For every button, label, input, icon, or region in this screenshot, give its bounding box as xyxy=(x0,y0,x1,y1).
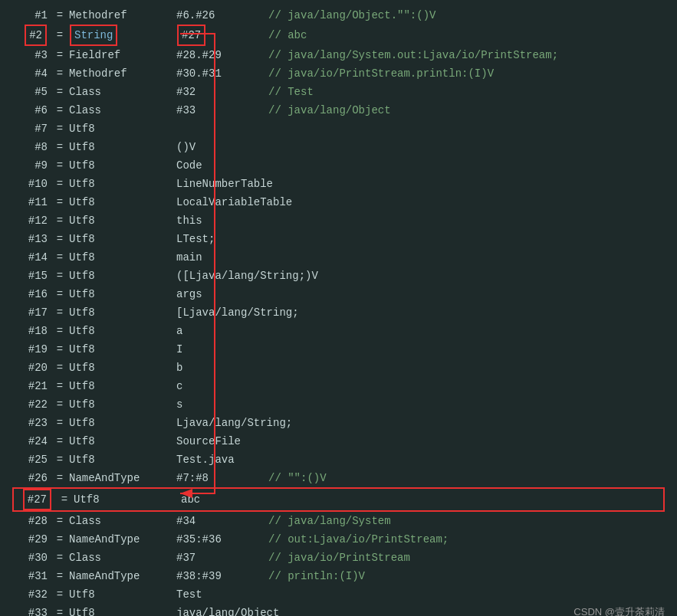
row-num: #9 xyxy=(35,159,48,172)
row-ref: LTest; xyxy=(176,230,268,248)
row-num: #10 xyxy=(28,178,48,190)
row-type: Class xyxy=(69,549,176,567)
row-eq: = xyxy=(51,585,69,604)
row-num: #13 xyxy=(28,233,48,245)
row-num-wrapper: #20 xyxy=(12,359,51,377)
row-num-wrapper: #3 xyxy=(12,46,51,64)
row-num-wrapper: #12 xyxy=(12,211,51,230)
row-comment: // out:Ljava/io/PrintStream; xyxy=(268,530,665,549)
row-ref: this xyxy=(176,211,268,230)
table-row: #13 = Utf8 LTest; xyxy=(0,230,677,248)
row-ref: s xyxy=(176,395,268,414)
row-num: #19 xyxy=(28,343,48,356)
code-container: #1 = Methodref #6.#26 // java/lang/Objec… xyxy=(0,0,677,616)
row-eq: = xyxy=(51,322,69,340)
row-eq: = xyxy=(51,549,69,567)
row-num-wrapper: #15 xyxy=(12,267,51,285)
table-row: #3 = Fieldref #28.#29 // java/lang/Syste… xyxy=(0,46,677,64)
row-ref: args xyxy=(176,285,268,303)
boxed-num: #27 xyxy=(23,489,51,510)
row-num: #30 xyxy=(28,552,48,564)
table-row: #16 = Utf8 args xyxy=(0,285,677,303)
row-ref: #34 xyxy=(176,512,268,530)
row-ref: java/lang/Object xyxy=(176,604,268,616)
row-eq: = xyxy=(51,285,69,303)
row-type: Utf8 xyxy=(69,248,176,267)
table-row: #1 = Methodref #6.#26 // java/lang/Objec… xyxy=(0,6,677,25)
table-row: #4 = Methodref #30.#31 // java/io/PrintS… xyxy=(0,64,677,83)
row-eq: = xyxy=(51,512,69,530)
row-ref: #6.#26 xyxy=(176,6,268,25)
table-row: #24 = Utf8 SourceFile xyxy=(0,432,677,451)
row-eq: = xyxy=(51,101,69,120)
row-type: Utf8 xyxy=(69,267,176,285)
row-ref: a xyxy=(176,322,268,340)
row-type: Utf8 xyxy=(69,585,176,604)
row-num-wrapper: #11 xyxy=(12,193,51,211)
row-num-wrapper: #29 xyxy=(12,530,51,549)
row-eq: = xyxy=(51,193,69,211)
row-num-wrapper: #19 xyxy=(12,340,51,359)
row-eq: = xyxy=(51,414,69,432)
row-num: #7 xyxy=(35,123,48,135)
row-comment: // java/lang/Object."":()V xyxy=(268,6,665,25)
row-eq: = xyxy=(51,156,69,175)
row-num-wrapper: #13 xyxy=(12,230,51,248)
table-row: #2 = String #27 // abc xyxy=(0,25,677,46)
row-eq: = xyxy=(51,303,69,322)
row-eq: = xyxy=(51,64,69,83)
row-ref: main xyxy=(176,248,268,267)
table-row: #7 = Utf8 xyxy=(0,120,677,138)
table-row: #19 = Utf8 I xyxy=(0,340,677,359)
row-num-wrapper: #22 xyxy=(12,395,51,414)
row-type: Utf8 xyxy=(69,414,176,432)
row-type: String xyxy=(69,25,176,46)
row-type: Utf8 xyxy=(69,432,176,451)
row-type: Utf8 xyxy=(69,138,176,156)
row-ref: #38:#39 xyxy=(176,567,268,585)
row-type: Utf8 xyxy=(69,451,176,469)
row-eq: = xyxy=(51,248,69,267)
row-type: NameAndType xyxy=(69,567,176,585)
row-num-wrapper: #27 xyxy=(17,489,55,510)
row-ref: #7:#8 xyxy=(176,469,268,487)
row-num-wrapper: #18 xyxy=(12,322,51,340)
row-type: Utf8 xyxy=(69,340,176,359)
row-eq: = xyxy=(51,377,69,395)
row-num-wrapper: #17 xyxy=(12,303,51,322)
row-ref: #30.#31 xyxy=(176,64,268,83)
row-type: Utf8 xyxy=(69,303,176,322)
row-num: #17 xyxy=(28,306,48,319)
row-type: Methodref xyxy=(69,64,176,83)
row-comment: // java/lang/Object xyxy=(268,101,665,120)
row-num-wrapper: #10 xyxy=(12,175,51,193)
row-type: Utf8 xyxy=(69,211,176,230)
row-num-wrapper: #28 xyxy=(12,512,51,530)
row-num-wrapper: #16 xyxy=(12,285,51,303)
row-num-wrapper: #5 xyxy=(12,83,51,101)
row-eq: = xyxy=(51,451,69,469)
table-row: #29 = NameAndType #35:#36 // out:Ljava/i… xyxy=(0,530,677,549)
row-ref: Test xyxy=(176,585,268,604)
row-type: Utf8 xyxy=(69,604,176,616)
row-type: Utf8 xyxy=(69,359,176,377)
row-num-wrapper: #32 xyxy=(12,585,51,604)
row-type: Utf8 xyxy=(69,120,176,138)
row-ref: ()V xyxy=(176,138,268,156)
row-eq: = xyxy=(51,469,69,487)
row-ref: [Ljava/lang/String; xyxy=(176,303,268,322)
row-num-wrapper: #6 xyxy=(12,101,51,120)
row-eq: = xyxy=(51,83,69,101)
row-num: #24 xyxy=(28,435,48,447)
row-eq: = xyxy=(51,26,69,44)
row-num-wrapper: #8 xyxy=(12,138,51,156)
row-num-wrapper: #33 xyxy=(12,604,51,616)
row-ref: LocalVariableTable xyxy=(176,193,268,211)
table-row: #11 = Utf8 LocalVariableTable xyxy=(0,193,677,211)
table-row: #32 = Utf8 Test xyxy=(0,585,677,604)
row-eq: = xyxy=(51,6,69,25)
table-row: #10 = Utf8 LineNumberTable xyxy=(0,175,677,193)
table-row: #31 = NameAndType #38:#39 // println:(I)… xyxy=(0,567,677,585)
table-row: #8 = Utf8 ()V xyxy=(0,138,677,156)
row-comment: // abc xyxy=(268,26,665,44)
